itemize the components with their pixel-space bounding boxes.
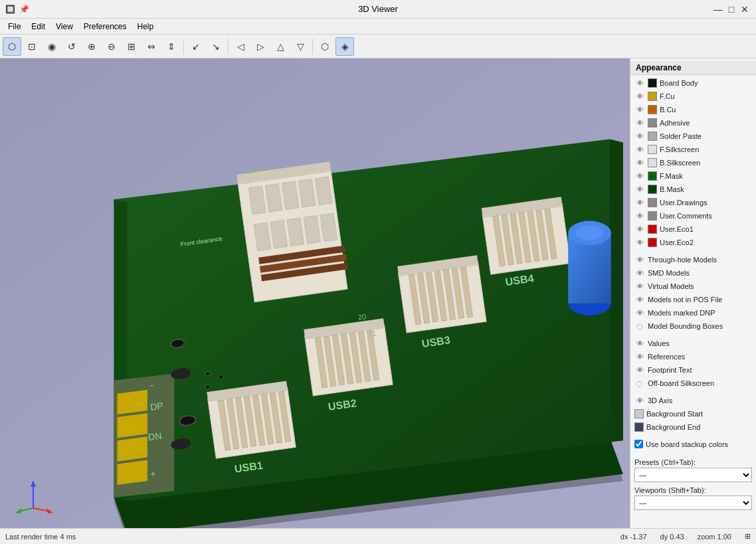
toolbar-btn-pan-down[interactable]: ▽ xyxy=(291,37,310,56)
appearance-item-fcu[interactable]: 👁F.Cu xyxy=(630,90,756,103)
svg-text:11: 11 xyxy=(367,329,377,338)
toolbar-btn-zoom-out[interactable]: ⊖ xyxy=(102,37,121,56)
eye-icon-bounding-boxes[interactable]: ◌ xyxy=(634,321,645,331)
svg-marker-9 xyxy=(117,436,147,461)
eye-icon-smd[interactable]: 👁 xyxy=(634,268,645,278)
appearance-item-board-body[interactable]: 👁Board Body xyxy=(630,76,756,90)
svg-text:DP: DP xyxy=(149,400,164,412)
window-title: 3D Viewer xyxy=(358,4,398,14)
appearance-item-user-eco2[interactable]: 👁User.Eco2 xyxy=(630,236,756,249)
toolbar-btn-pan-right[interactable]: ▷ xyxy=(251,37,270,56)
eye-icon-through-hole[interactable]: 👁 xyxy=(634,254,645,265)
eye-icon-3d-axis[interactable]: 👁 xyxy=(634,395,645,406)
toolbar-btn-flip-y[interactable]: ⇕ xyxy=(162,37,181,56)
misc-item-3d-axis[interactable]: 👁3D Axis xyxy=(630,394,756,407)
toolbar-btn-zoom-fit[interactable]: ⊞ xyxy=(122,37,141,56)
eye-icon-f-mask[interactable]: 👁 xyxy=(634,171,645,181)
svg-text:DN: DN xyxy=(147,430,162,443)
close-button[interactable]: ✕ xyxy=(739,3,751,15)
text-item-references[interactable]: 👁References xyxy=(630,350,756,363)
toolbar-btn-wireframe[interactable]: ⬡ xyxy=(316,37,334,56)
color-swatch-bg-end xyxy=(634,422,644,432)
appearance-item-f-silkscreen[interactable]: 👁F.Silkscreen xyxy=(630,143,756,156)
eye-icon-adhesive[interactable]: 👁 xyxy=(634,118,645,128)
color-swatch-bcu xyxy=(648,105,657,114)
item-label-3d-axis: 3D Axis xyxy=(648,397,672,405)
toolbar-btn-render[interactable]: ◈ xyxy=(335,37,354,56)
presets-select[interactable]: --- xyxy=(634,468,752,482)
toolbar-btn-zoom-in[interactable]: ⊕ xyxy=(82,37,101,56)
pin-icon[interactable]: 📌 xyxy=(19,5,29,14)
model-item-virtual[interactable]: 👁Virtual Models xyxy=(630,280,756,293)
appearance-item-user-drawings[interactable]: 👁User.Drawings xyxy=(630,196,756,209)
eye-icon-footprint-text[interactable]: 👁 xyxy=(634,365,645,375)
color-swatch-b-mask xyxy=(648,185,657,194)
model-item-through-hole[interactable]: 👁Through-hole Models xyxy=(630,253,756,266)
toolbar-btn-open[interactable]: ⊡ xyxy=(23,37,41,56)
appearance-item-b-mask[interactable]: 👁B.Mask xyxy=(630,183,756,196)
3d-viewport[interactable]: DP DN + - USB1 xyxy=(0,58,630,528)
menu-item-edit[interactable]: Edit xyxy=(26,21,50,33)
sep3 xyxy=(312,39,313,54)
right-panel: Appearance 👁Board Body👁F.Cu👁B.Cu👁Adhesiv… xyxy=(630,58,756,528)
model-item-bounding-boxes[interactable]: ◌Model Bounding Boxes xyxy=(630,319,756,333)
model-item-dnp[interactable]: 👁Models marked DNP xyxy=(630,306,756,319)
item-label-f-mask: F.Mask xyxy=(660,172,683,180)
eye-icon-user-comments[interactable]: 👁 xyxy=(634,211,645,221)
eye-icon-fcu[interactable]: 👁 xyxy=(634,91,645,102)
menu-item-preferences[interactable]: Preferences xyxy=(78,21,132,33)
text-item-offboard-silk[interactable]: ◌Off-board Silkscreen xyxy=(630,377,756,390)
appearance-item-b-silkscreen[interactable]: 👁B.Silkscreen xyxy=(630,156,756,169)
text-items: 👁Values👁References👁Footprint Text◌Off-bo… xyxy=(630,337,756,390)
minimize-button[interactable]: — xyxy=(712,3,724,15)
toolbar-btn-pan-left[interactable]: ◁ xyxy=(231,37,250,56)
toolbar-btn-undo[interactable]: ↺ xyxy=(62,37,81,56)
toolbar-btn-flip-x[interactable]: ⇔ xyxy=(142,37,161,56)
stackup-checkbox[interactable] xyxy=(634,440,643,448)
toolbar-btn-new[interactable]: ⬡ xyxy=(3,37,21,56)
stackup-checkbox-row: Use board stackup colors xyxy=(630,438,756,450)
toolbar-btn-pan-up[interactable]: △ xyxy=(271,37,290,56)
text-item-footprint-text[interactable]: 👁Footprint Text xyxy=(630,363,756,377)
model-item-not-pos[interactable]: 👁Models not in POS File xyxy=(630,293,756,306)
eye-icon-values[interactable]: 👁 xyxy=(634,338,645,349)
eye-icon-user-drawings[interactable]: 👁 xyxy=(634,197,645,208)
eye-icon-b-mask[interactable]: 👁 xyxy=(634,184,645,195)
eye-icon-board-body[interactable]: 👁 xyxy=(634,78,645,88)
text-item-values[interactable]: 👁Values xyxy=(630,337,756,350)
bg-item-bg-end[interactable]: Background End xyxy=(630,420,756,434)
item-label-fcu: F.Cu xyxy=(660,92,675,100)
svg-point-81 xyxy=(206,371,210,375)
menu-item-help[interactable]: Help xyxy=(132,21,159,33)
eye-icon-solder-paste[interactable]: 👁 xyxy=(634,131,645,141)
menu-item-file[interactable]: File xyxy=(3,21,26,33)
appearance-item-solder-paste[interactable]: 👁Solder Paste xyxy=(630,130,756,143)
eye-icon-b-silkscreen[interactable]: 👁 xyxy=(634,157,645,168)
item-label-virtual: Virtual Models xyxy=(648,282,694,290)
eye-icon-references[interactable]: 👁 xyxy=(634,351,645,362)
toolbar-btn-rot-left[interactable]: ↙ xyxy=(187,37,205,56)
eye-icon-virtual[interactable]: 👁 xyxy=(634,281,645,292)
toolbar-btn-3d[interactable]: ◉ xyxy=(43,37,61,56)
appearance-item-adhesive[interactable]: 👁Adhesive xyxy=(630,116,756,130)
eye-icon-dnp[interactable]: 👁 xyxy=(634,308,645,318)
item-label-b-mask: B.Mask xyxy=(660,185,684,193)
appearance-item-user-comments[interactable]: 👁User.Comments xyxy=(630,209,756,223)
viewports-select[interactable]: --- xyxy=(634,496,752,510)
eye-icon-offboard-silk[interactable]: ◌ xyxy=(634,378,645,389)
eye-icon-f-silkscreen[interactable]: 👁 xyxy=(634,144,645,155)
appearance-item-user-eco1[interactable]: 👁User.Eco1 xyxy=(630,223,756,236)
eye-icon-user-eco1[interactable]: 👁 xyxy=(634,224,645,234)
bg-item-bg-start[interactable]: Background Start xyxy=(630,407,756,420)
eye-icon-not-pos[interactable]: 👁 xyxy=(634,294,645,305)
maximize-button[interactable]: □ xyxy=(725,3,737,15)
stackup-label: Use board stackup colors xyxy=(646,440,728,448)
eye-icon-user-eco2[interactable]: 👁 xyxy=(634,237,645,248)
model-item-smd[interactable]: 👁SMD Models xyxy=(630,266,756,280)
item-label-user-eco1: User.Eco1 xyxy=(660,225,694,233)
eye-icon-bcu[interactable]: 👁 xyxy=(634,104,645,115)
toolbar-btn-rot-right[interactable]: ↘ xyxy=(207,37,225,56)
appearance-item-bcu[interactable]: 👁B.Cu xyxy=(630,103,756,116)
appearance-item-f-mask[interactable]: 👁F.Mask xyxy=(630,169,756,183)
menu-item-view[interactable]: View xyxy=(50,21,78,33)
